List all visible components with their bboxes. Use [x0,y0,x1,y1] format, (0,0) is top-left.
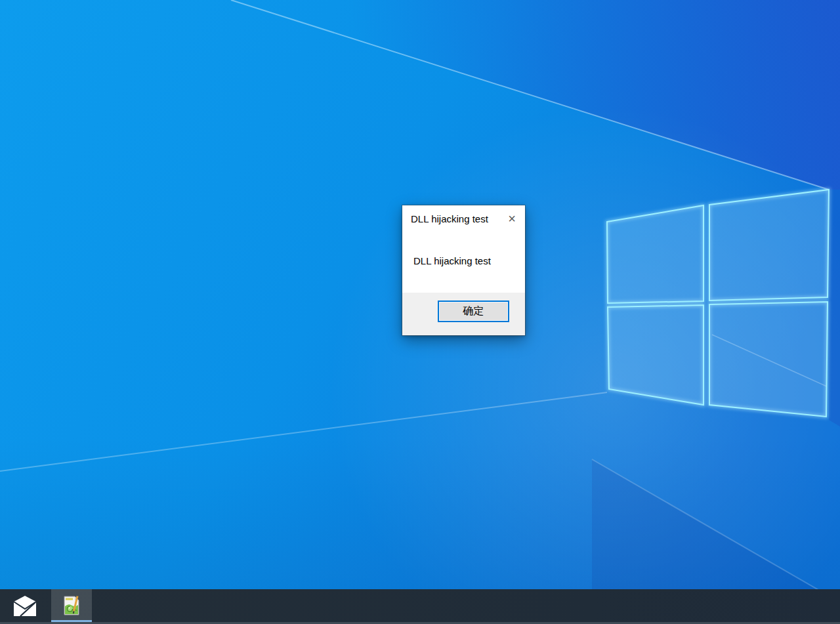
taskbar-item-notepad-plus-plus[interactable] [51,589,92,622]
taskbar [0,589,840,624]
windows-logo-icon [607,190,829,417]
close-icon: × [508,212,516,225]
message-dialog: DLL hijacking test × DLL hijacking test … [402,205,525,335]
taskbar-item-mail[interactable] [4,589,46,622]
ok-button[interactable]: 确定 [438,301,509,322]
windows-logo-pane-top-right [709,190,829,301]
mail-envelope-icon [12,593,38,619]
ok-button-label: 确定 [463,304,484,318]
desktop: DLL hijacking test × DLL hijacking test … [0,0,840,624]
dialog-titlebar[interactable]: DLL hijacking test × [402,205,525,232]
notepad-document-icon [60,594,83,617]
windows-logo-pane-bottom-left [608,305,704,405]
close-button[interactable]: × [502,209,522,228]
windows-logo-pane-top-left [607,205,704,303]
dialog-footer: 确定 [402,293,525,335]
dialog-title: DLL hijacking test [402,213,488,224]
windows-logo-pane-bottom-right [709,302,828,417]
dialog-message: DLL hijacking test [413,255,491,266]
dialog-body: DLL hijacking test [402,232,525,293]
